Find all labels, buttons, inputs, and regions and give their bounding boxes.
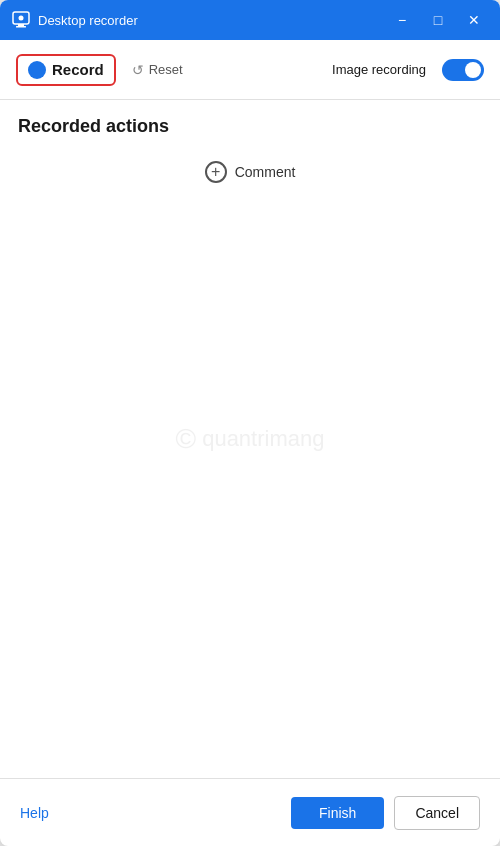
app-icon xyxy=(12,11,30,29)
app-window: Desktop recorder − □ ✕ Record ↺ Reset Im… xyxy=(0,0,500,846)
record-dot xyxy=(28,61,46,79)
help-button[interactable]: Help xyxy=(20,805,49,821)
watermark-text: quantrimang xyxy=(202,426,324,452)
reset-icon: ↺ xyxy=(132,62,144,78)
add-comment-icon: + xyxy=(205,161,227,183)
watermark-icon: © xyxy=(176,423,197,455)
toggle-track xyxy=(442,59,484,81)
close-button[interactable]: ✕ xyxy=(460,6,488,34)
image-recording-label: Image recording xyxy=(332,62,426,77)
comment-row[interactable]: + Comment xyxy=(0,153,500,191)
title-bar: Desktop recorder − □ ✕ xyxy=(0,0,500,40)
record-label: Record xyxy=(52,61,104,78)
image-recording-toggle[interactable] xyxy=(442,59,484,81)
reset-label: Reset xyxy=(149,62,183,77)
window-controls: − □ ✕ xyxy=(388,6,488,34)
minimize-button[interactable]: − xyxy=(388,6,416,34)
svg-point-3 xyxy=(19,16,24,21)
finish-button[interactable]: Finish xyxy=(291,797,384,829)
watermark: © quantrimang xyxy=(176,423,325,455)
recorded-actions-header: Recorded actions xyxy=(0,100,500,149)
maximize-button[interactable]: □ xyxy=(424,6,452,34)
toolbar: Record ↺ Reset Image recording xyxy=(0,40,500,100)
record-button-wrapper: Record xyxy=(16,54,116,86)
svg-rect-2 xyxy=(16,26,26,28)
footer: Help Finish Cancel xyxy=(0,778,500,846)
toggle-thumb xyxy=(465,62,481,78)
reset-button[interactable]: ↺ Reset xyxy=(124,58,191,82)
record-button[interactable]: Record xyxy=(24,59,108,81)
main-content: Recorded actions + Comment © quantrimang xyxy=(0,100,500,778)
svg-rect-1 xyxy=(18,24,24,26)
comment-label: Comment xyxy=(235,164,296,180)
window-title: Desktop recorder xyxy=(38,13,388,28)
cancel-button[interactable]: Cancel xyxy=(394,796,480,830)
